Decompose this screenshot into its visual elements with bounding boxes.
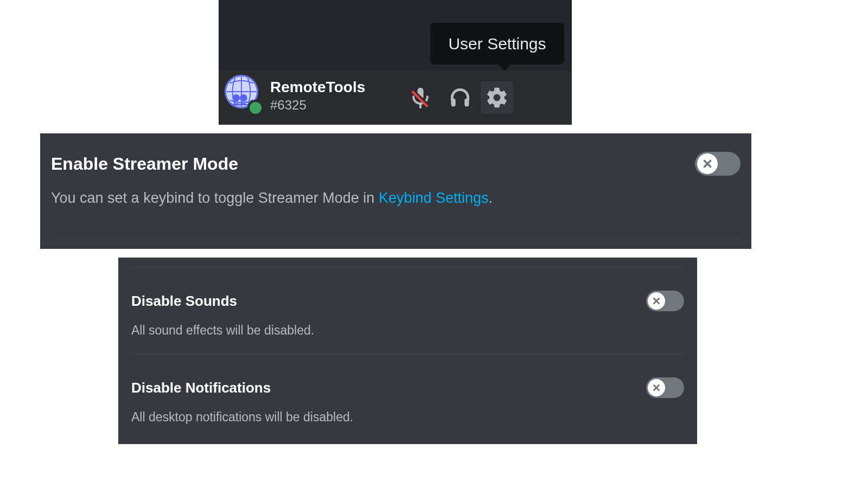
mute-button[interactable] [404, 81, 437, 114]
user-settings-button[interactable] [481, 81, 513, 114]
streamer-mode-desc-prefix: You can set a keybind to toggle Streamer… [51, 190, 379, 206]
divider [51, 239, 741, 239]
streamer-mode-panel: Enable Streamer Mode You can set a keybi… [40, 133, 751, 249]
streamer-mode-toggle[interactable] [695, 152, 741, 176]
disable-notifications-desc: All desktop notifications will be disabl… [131, 410, 684, 425]
streamer-options-panel: Disable Sounds All sound effects will be… [118, 258, 697, 444]
disable-notifications-setting: Disable Notifications All desktop notifi… [131, 355, 684, 425]
user-discriminator: #6325 [270, 98, 307, 113]
gear-icon [485, 86, 509, 110]
svg-rect-7 [464, 99, 469, 107]
disable-sounds-title: Disable Sounds [131, 293, 237, 310]
x-circle-icon [652, 296, 661, 306]
svg-rect-6 [451, 99, 456, 107]
disable-sounds-toggle[interactable] [646, 291, 684, 311]
keybind-settings-link[interactable]: Keybind Settings [379, 190, 489, 206]
disable-sounds-setting: Disable Sounds All sound effects will be… [131, 268, 684, 355]
toggle-knob [648, 379, 665, 396]
username-label: RemoteTools [270, 79, 365, 96]
streamer-mode-title: Enable Streamer Mode [51, 154, 238, 174]
disable-notifications-toggle[interactable] [646, 377, 684, 398]
svg-point-3 [240, 94, 247, 102]
x-circle-icon [652, 383, 661, 393]
settings-tooltip-label: User Settings [448, 35, 546, 53]
svg-point-2 [233, 94, 240, 102]
x-circle-icon [701, 158, 713, 170]
deafen-button[interactable] [444, 81, 476, 114]
toggle-knob [648, 292, 665, 310]
streamer-mode-description: You can set a keybind to toggle Streamer… [51, 190, 741, 207]
toggle-knob [697, 153, 718, 174]
headphones-icon [448, 86, 472, 110]
disable-sounds-desc: All sound effects will be disabled. [131, 323, 684, 338]
settings-tooltip: User Settings [430, 23, 564, 65]
online-status-indicator [247, 100, 264, 116]
streamer-mode-desc-suffix: . [489, 190, 493, 206]
disable-notifications-title: Disable Notifications [131, 380, 271, 396]
